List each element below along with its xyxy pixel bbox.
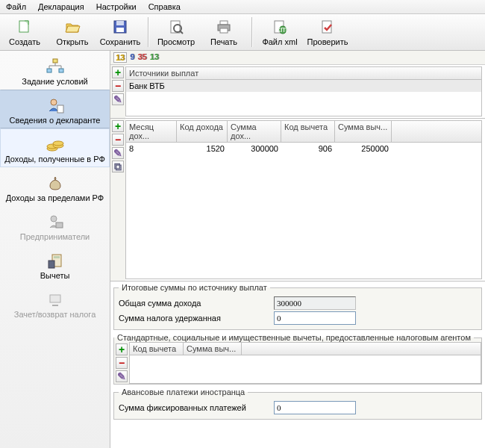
menu-file[interactable]: Файл (3, 1, 29, 12)
svg-rect-16 (59, 69, 63, 72)
tax-withheld-label: Сумма налога удержанная (119, 314, 268, 323)
svg-rect-27 (48, 261, 54, 268)
copy-income-button[interactable]: ⧉ (112, 161, 124, 172)
sidebar-item-declarant[interactable]: Сведения о декларанте (0, 90, 110, 128)
menu-settings[interactable]: Настройки (93, 1, 140, 12)
income-row[interactable]: 8 1520 300000 906 250000 (126, 143, 481, 155)
sidebar-item-income-rf[interactable]: Доходы, полученные в РФ (0, 128, 110, 167)
menubar: Файл Декларация Настройки Справка (0, 0, 485, 14)
sources-list[interactable]: Источники выплат Банк ВТБ (125, 66, 482, 116)
print-icon (216, 18, 232, 36)
deductions-table-head: Код вычета Сумма выч... (130, 343, 481, 355)
briefcase-icon (46, 211, 64, 232)
menu-help[interactable]: Справка (146, 1, 184, 12)
income-buttons: + − ✎ ⧉ (110, 119, 125, 281)
rate-tab-13b[interactable]: 13 (150, 52, 159, 63)
tax-withheld-field[interactable] (274, 311, 356, 325)
sidebar-item-entrepreneurs: Предприниматели (0, 206, 110, 245)
refund-icon (46, 289, 64, 310)
income-table-head: Месяц дох... Код дохода Сумма дох... Код… (126, 121, 481, 143)
person-icon (45, 95, 66, 116)
toolbar: Создать Открыть Сохранить Просмотр Печат… (0, 14, 485, 51)
save-icon (112, 18, 128, 36)
remove-income-button[interactable]: − (112, 134, 124, 146)
sources-buttons: + − ✎ (110, 65, 125, 118)
rate-tab-9[interactable]: 9 (130, 52, 134, 63)
svg-rect-15 (47, 69, 51, 72)
rate-tab-13a[interactable]: 13 (113, 52, 127, 63)
deductions-legend: Стандартные, социальные и имущественные … (114, 333, 474, 342)
sidebar-item-conditions[interactable]: Задание условий (0, 51, 110, 90)
toolbar-sep (148, 17, 148, 47)
edit-deduction-button[interactable]: ✎ (116, 370, 128, 382)
print-button[interactable]: Печать (204, 16, 244, 49)
svg-rect-26 (54, 256, 60, 258)
open-button[interactable]: Открыть (52, 16, 93, 49)
view-button[interactable]: Просмотр (156, 16, 196, 49)
svg-rect-14 (53, 59, 57, 63)
menu-declaration[interactable]: Декларация (35, 1, 87, 12)
sidebar-item-refund: Зачет/возврат налога (0, 284, 110, 323)
total-income-label: Общая сумма дохода (119, 299, 268, 308)
svg-point-22 (53, 141, 63, 146)
main-content: 13 9 35 13 + − ✎ Источники выплат Банк В… (110, 51, 485, 448)
toolbar-sep (251, 17, 252, 47)
calculator-icon (46, 250, 64, 271)
deductions-table[interactable]: Код вычета Сумма выч... (129, 342, 481, 384)
advance-field[interactable] (274, 401, 356, 414)
svg-rect-3 (116, 28, 124, 32)
sidebar-item-income-foreign[interactable]: Доходы за пределами РФ (0, 167, 110, 206)
totals-fieldset: Итоговые суммы по источнику выплат Общая… (113, 283, 482, 330)
advance-fieldset: Авансовые платежи иностранца Сумма фикси… (113, 388, 482, 420)
save-button[interactable]: Сохранить (100, 16, 140, 49)
xml-icon: xml (272, 18, 288, 36)
sources-header: Источники выплат (126, 67, 481, 80)
svg-rect-28 (50, 295, 60, 302)
add-income-button[interactable]: + (112, 120, 124, 132)
coins-icon (45, 134, 66, 155)
remove-source-button[interactable]: − (112, 80, 124, 92)
check-icon (319, 18, 336, 36)
svg-rect-2 (116, 21, 124, 25)
xml-button[interactable]: xmlФайл xml (260, 16, 300, 49)
svg-rect-24 (56, 223, 63, 228)
rate-tabs: 13 9 35 13 (110, 51, 485, 65)
tree-icon (45, 56, 66, 77)
advance-legend: Авансовые платежи иностранца (119, 388, 248, 396)
open-icon (64, 18, 81, 36)
sidebar-item-deductions[interactable]: Вычеты (0, 245, 110, 284)
totals-legend: Итоговые суммы по источнику выплат (119, 283, 270, 292)
new-button[interactable]: Создать (4, 16, 45, 49)
svg-rect-18 (57, 105, 63, 113)
total-income-field (274, 296, 356, 310)
bag-icon (46, 172, 64, 193)
svg-rect-9 (220, 28, 228, 33)
edit-source-button[interactable]: ✎ (112, 93, 124, 105)
deductions-fieldset: Стандартные, социальные и имущественные … (113, 333, 482, 385)
new-icon (16, 18, 33, 36)
sidebar: Задание условий Сведения о декларанте До… (0, 51, 110, 448)
income-table[interactable]: Месяц дох... Код дохода Сумма дох... Код… (125, 120, 482, 279)
remove-deduction-button[interactable]: − (116, 357, 128, 369)
svg-text:xml: xml (276, 25, 288, 34)
svg-point-23 (51, 216, 57, 222)
view-icon (168, 18, 184, 36)
add-deduction-button[interactable]: + (116, 343, 128, 355)
svg-point-17 (51, 99, 57, 105)
svg-rect-7 (220, 21, 228, 25)
source-row[interactable]: Банк ВТБ (126, 80, 481, 92)
rate-tab-35[interactable]: 35 (137, 52, 146, 63)
add-source-button[interactable]: + (112, 66, 124, 78)
svg-line-6 (180, 31, 183, 34)
edit-income-button[interactable]: ✎ (112, 147, 124, 159)
deduction-buttons: + − ✎ (114, 342, 129, 384)
check-button[interactable]: Проверить (307, 16, 348, 49)
advance-label: Сумма фиксированных платежей (119, 403, 268, 412)
